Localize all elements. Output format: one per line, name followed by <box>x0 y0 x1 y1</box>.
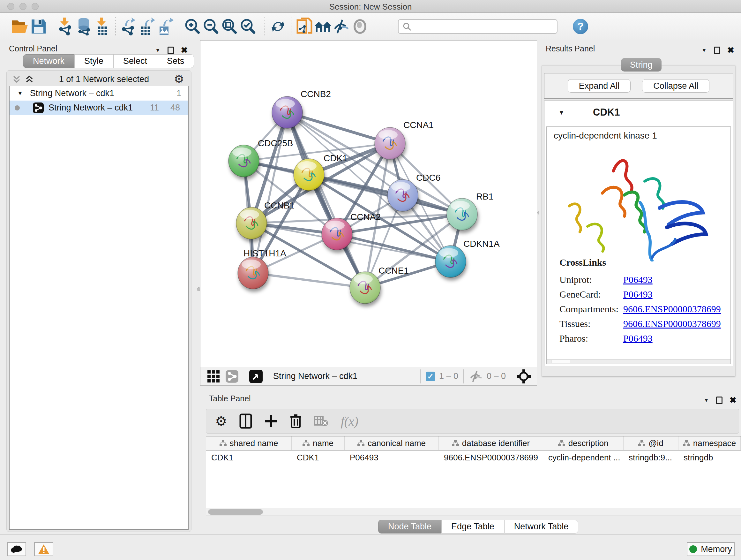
collapse-all-icon[interactable] <box>12 74 21 84</box>
column-header-name[interactable]: name <box>292 436 345 450</box>
zoom-in-icon[interactable] <box>183 17 201 36</box>
crosslink-value-link[interactable]: 9606.ENSP00000378699 <box>623 304 721 314</box>
gene-section-header[interactable]: ▼ CDK1 <box>544 101 733 125</box>
export-image-icon[interactable] <box>156 17 175 36</box>
import-table-icon[interactable] <box>93 17 111 36</box>
tab-style[interactable]: Style <box>74 54 113 68</box>
toolbar-separator <box>265 17 265 36</box>
node-rb1[interactable]: RB1 <box>447 192 493 230</box>
warning-status-button[interactable] <box>34 542 53 556</box>
tab-network[interactable]: Network <box>23 54 74 68</box>
column-label: database identifier <box>462 438 530 448</box>
crosslink-value-link[interactable]: P06493 <box>623 289 653 300</box>
float-panel-icon[interactable] <box>716 396 723 404</box>
fit-selected-icon[interactable] <box>516 369 531 384</box>
tab-node-table[interactable]: Node Table <box>378 520 441 534</box>
expand-all-button[interactable]: Expand All <box>568 79 631 92</box>
table-type-tabs: Node TableEdge TableNetwork Table <box>378 520 578 534</box>
tab-select[interactable]: Select <box>113 54 157 68</box>
cloud-status-button[interactable] <box>7 542 26 556</box>
export-network-icon[interactable] <box>119 17 138 36</box>
crosslink-value-link[interactable]: P06493 <box>623 274 653 285</box>
open-session-icon[interactable] <box>11 17 29 36</box>
network-view[interactable]: CCNB2CCNA1CDC25BCDK1CDC6RB1CCNB1CCNA2CDK… <box>200 40 537 386</box>
toolbar-divider <box>463 369 464 383</box>
function-builder-icon[interactable]: f(x) <box>341 414 359 429</box>
crosslink-value-link[interactable]: P06493 <box>623 333 653 344</box>
help-button[interactable]: ? <box>573 19 588 34</box>
table-row[interactable]: CDK1CDK1P064939606.ENSP00000378699cyclin… <box>206 450 741 464</box>
collapse-panel-icon[interactable]: ▼ <box>704 397 709 403</box>
node-label: CDC25B <box>258 138 293 148</box>
zoom-fit-icon[interactable] <box>220 17 239 36</box>
expand-all-icon[interactable] <box>24 74 34 84</box>
zoom-out-icon[interactable] <box>201 17 220 36</box>
collapse-panel-icon[interactable]: ▼ <box>155 47 160 54</box>
clipboard-share-icon[interactable] <box>295 17 314 36</box>
node-hist1h1a[interactable]: HIST1H1A <box>238 248 286 289</box>
network-view-icon[interactable] <box>225 370 239 383</box>
zoom-selected-icon[interactable] <box>239 17 257 36</box>
network-collection-row[interactable]: ▼ String Network – cdk1 1 <box>10 86 188 101</box>
gene-description: cyclin-dependent kinase 1 <box>554 131 657 141</box>
network-graph[interactable]: CCNB2CCNA1CDC25BCDK1CDC6RB1CCNB1CCNA2CDK… <box>200 41 537 367</box>
node-ccnb1[interactable]: CCNB1 <box>236 200 294 239</box>
clear-table-icon[interactable] <box>314 415 329 427</box>
network-icon <box>32 102 44 114</box>
show-columns-icon[interactable] <box>239 414 252 429</box>
table-cell: P06493 <box>345 453 439 462</box>
eye-icon[interactable] <box>351 17 369 36</box>
tree-expander-icon[interactable]: ▼ <box>17 90 23 97</box>
tab-sets[interactable]: Sets <box>157 54 194 68</box>
warning-icon <box>38 544 50 554</box>
home-icon[interactable] <box>314 17 332 36</box>
export-table-icon[interactable] <box>138 17 156 36</box>
close-panel-icon[interactable]: ✖ <box>727 45 734 55</box>
collapse-panel-icon[interactable]: ▼ <box>701 47 707 54</box>
node-cdkn1a[interactable]: CDKN1A <box>435 239 500 277</box>
column-header-canonical-name[interactable]: canonical name <box>345 436 439 450</box>
node-table[interactable]: shared namenamecanonical namedatabase id… <box>206 436 741 516</box>
gene-horizontal-scrollbar[interactable] <box>547 359 731 364</box>
tab-string[interactable]: String <box>621 58 662 71</box>
section-expander-icon[interactable]: ▼ <box>558 109 564 116</box>
column-header-database-identifier[interactable]: database identifier <box>439 436 543 450</box>
node-label: CCNB1 <box>264 200 294 210</box>
crosslinks-title: CrossLinks <box>559 257 721 272</box>
import-network-icon[interactable] <box>56 17 74 36</box>
column-label: namespace <box>693 438 736 448</box>
node-ccna1[interactable]: CCNA1 <box>375 120 434 159</box>
column-header--id[interactable]: @id <box>623 436 678 450</box>
float-panel-icon[interactable] <box>714 47 720 54</box>
column-header-shared-name[interactable]: shared name <box>206 436 292 450</box>
toolbar-separator <box>52 17 52 36</box>
hidden-eye-icon[interactable] <box>469 370 483 383</box>
refresh-icon[interactable] <box>269 17 287 36</box>
show-hide-icon[interactable] <box>332 17 351 36</box>
column-header-namespace[interactable]: namespace <box>678 436 741 450</box>
grid-view-icon[interactable] <box>207 370 220 383</box>
tab-network-table[interactable]: Network Table <box>504 520 579 534</box>
scrollbar-thumb[interactable] <box>208 509 263 515</box>
delete-column-icon[interactable] <box>290 414 302 428</box>
gear-icon[interactable]: ⚙ <box>174 72 184 86</box>
scrollbar-thumb[interactable] <box>551 360 570 363</box>
selected-checkbox-icon[interactable]: ✓ <box>426 372 435 381</box>
memory-button[interactable]: Memory <box>687 542 735 556</box>
close-panel-icon[interactable]: ✖ <box>730 395 737 405</box>
table-horizontal-scrollbar[interactable] <box>206 508 741 516</box>
network-row[interactable]: String Network – cdk1 11 48 <box>10 101 188 115</box>
import-database-icon[interactable] <box>74 17 93 36</box>
create-column-icon[interactable] <box>264 415 278 428</box>
node-label: CDC6 <box>416 173 441 183</box>
birdseye-view-icon[interactable] <box>249 370 263 383</box>
collapse-all-button[interactable]: Collapse All <box>642 79 710 92</box>
close-panel-icon[interactable]: ✖ <box>181 45 188 55</box>
tab-edge-table[interactable]: Edge Table <box>441 520 504 534</box>
global-search-input[interactable] <box>398 19 557 34</box>
column-header-description[interactable]: description <box>543 436 623 450</box>
float-panel-icon[interactable] <box>167 47 174 54</box>
crosslink-value-link[interactable]: 9606.ENSP00000378699 <box>623 318 721 329</box>
save-session-icon[interactable] <box>29 17 48 36</box>
table-settings-gear-icon[interactable]: ⚙ <box>215 414 227 429</box>
